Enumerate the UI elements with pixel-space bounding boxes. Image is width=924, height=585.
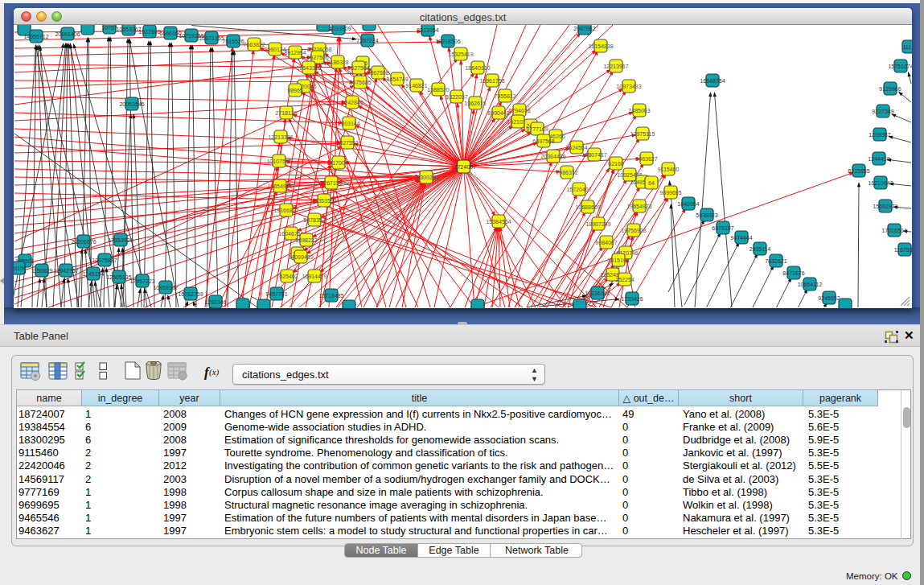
svg-text:9245652: 9245652 (818, 295, 840, 301)
svg-text:20691406: 20691406 (55, 31, 80, 37)
svg-text:10?5?: 10?5? (101, 25, 117, 31)
svg-text:10653267: 10653267 (116, 27, 141, 32)
svg-text:17353926: 17353926 (108, 237, 133, 243)
svg-text:5878352: 5878352 (303, 217, 325, 223)
svg-text:1362615: 1362615 (464, 101, 486, 106)
svg-text:19218506: 19218506 (435, 39, 460, 44)
svg-text:1209387: 1209387 (869, 132, 890, 138)
svg-text:9242846: 9242846 (341, 100, 363, 105)
svg-text:8990448: 8990448 (487, 110, 509, 116)
svg-text:20053546: 20053546 (119, 101, 144, 107)
svg-text:5938923: 5938923 (696, 212, 717, 218)
svg-text:14099489: 14099489 (288, 254, 313, 260)
svg-text:16961758: 16961758 (479, 78, 504, 84)
svg-text:9463627: 9463627 (635, 156, 657, 162)
svg-text:2935114: 2935114 (749, 246, 771, 252)
svg-text:20206576: 20206576 (71, 239, 96, 245)
svg-text:9129966: 9129966 (879, 86, 901, 92)
svg-text:16210643: 16210643 (868, 180, 893, 186)
svg-text:19654925: 19654925 (267, 183, 292, 189)
svg-text:1292346: 1292346 (204, 299, 226, 305)
svg-text:15720407: 15720407 (566, 187, 591, 192)
svg-text:3675685: 3675685 (349, 80, 371, 85)
svg-text:1615192: 1615192 (607, 257, 629, 263)
svg-text:19166827: 19166827 (273, 208, 298, 213)
svg-text:8912954: 8912954 (284, 50, 306, 56)
svg-text:12353594: 12353594 (311, 198, 336, 204)
svg-text:3624554: 3624554 (565, 145, 587, 150)
svg-text:252254: 252254 (615, 277, 634, 282)
svg-text:7357224: 7357224 (356, 38, 378, 43)
svg-text:1117: 1117 (903, 44, 912, 50)
svg-text:1156829: 1156829 (31, 268, 53, 274)
svg-text:16914479: 16914479 (302, 274, 326, 279)
svg-text:15716485: 15716485 (318, 293, 343, 299)
svg-text:12975115: 12975115 (630, 131, 655, 137)
svg-text:10975887: 10975887 (92, 257, 117, 263)
svg-text:10654112: 10654112 (798, 282, 823, 287)
svg-text:1588520: 1588520 (427, 87, 449, 93)
svg-text:9699695: 9699695 (659, 190, 681, 196)
svg-text:16671355: 16671355 (199, 35, 224, 41)
svg-text:1244419: 1244419 (868, 156, 889, 162)
svg-text:9084067: 9084067 (595, 240, 617, 245)
svg-text:1733426: 1733426 (621, 296, 643, 302)
svg-text:7485063: 7485063 (628, 108, 650, 113)
svg-text:9527506: 9527506 (306, 55, 328, 60)
svg-text:15325419: 15325419 (448, 51, 473, 57)
svg-text:5498222: 5498222 (295, 237, 317, 243)
svg-text:8454749: 8454749 (386, 76, 408, 82)
svg-text:15692971: 15692971 (873, 204, 897, 209)
svg-text:15384554: 15384554 (486, 219, 511, 225)
svg-text:98965: 98965 (287, 88, 303, 93)
svg-text:7625402: 7625402 (276, 274, 298, 279)
svg-text:8267150: 8267150 (320, 180, 342, 186)
svg-text:9115460: 9115460 (658, 167, 680, 172)
svg-text:7632621: 7632621 (765, 258, 786, 264)
svg-text:5322037: 5322037 (446, 94, 467, 100)
svg-text:16543382: 16543382 (296, 65, 321, 71)
svg-text:6497568: 6497568 (532, 138, 554, 144)
svg-text:7986372: 7986372 (556, 170, 577, 175)
svg-text:16154838: 16154838 (588, 43, 613, 49)
svg-text:19756928: 19756928 (621, 228, 646, 233)
svg-text:2803144: 2803144 (338, 121, 359, 126)
svg-text:19654923: 19654923 (626, 204, 651, 209)
svg-text:1167533: 1167533 (894, 247, 912, 253)
svg-text:16648784: 16648784 (700, 78, 725, 84)
svg-text:(x): (x) (209, 367, 220, 377)
svg-text:10958107: 10958107 (153, 285, 178, 290)
svg-text:2367608: 2367608 (367, 70, 388, 76)
svg-text:1527602: 1527602 (138, 29, 160, 35)
svg-text:8186328: 8186328 (326, 60, 348, 65)
svg-text:39159: 39159 (14, 266, 27, 271)
svg-text:1145194: 1145194 (83, 271, 105, 277)
svg-text:6794078: 6794078 (508, 108, 530, 113)
svg-text:18640910: 18640910 (465, 65, 490, 71)
svg-text:417004: 417004 (329, 160, 347, 166)
svg-text:14055712: 14055712 (23, 34, 48, 39)
svg-text:18300295: 18300295 (413, 175, 438, 180)
svg-text:62160: 62160 (608, 161, 624, 167)
svg-text:2087682: 2087682 (573, 26, 595, 31)
svg-text:12213389: 12213389 (268, 134, 293, 140)
svg-text:7663822: 7663822 (243, 42, 265, 47)
svg-text:8660124: 8660124 (264, 47, 285, 52)
svg-text:8215955: 8215955 (848, 168, 869, 174)
svg-text:8427552: 8427552 (336, 140, 358, 146)
svg-text:12213967: 12213967 (603, 64, 628, 69)
svg-text:9146821: 9146821 (405, 83, 427, 89)
svg-text:17957223: 17957223 (129, 278, 154, 284)
svg-text:1640954: 1640954 (677, 201, 699, 207)
svg-text:15751074: 15751074 (888, 64, 912, 69)
svg-text:9474444: 9474444 (730, 235, 752, 241)
svg-text:9777169: 9777169 (526, 126, 548, 132)
svg-text:10807487: 10807487 (581, 152, 606, 158)
svg-text:10688609: 10688609 (575, 204, 600, 210)
svg-text:9457791: 9457791 (265, 291, 287, 297)
svg-text:8471676: 8471676 (782, 270, 804, 276)
svg-text:18724007: 18724007 (451, 164, 476, 170)
svg-text:16782759: 16782759 (178, 291, 203, 297)
svg-text:18907249: 18907249 (585, 221, 610, 227)
svg-text:20364436: 20364436 (540, 154, 565, 159)
